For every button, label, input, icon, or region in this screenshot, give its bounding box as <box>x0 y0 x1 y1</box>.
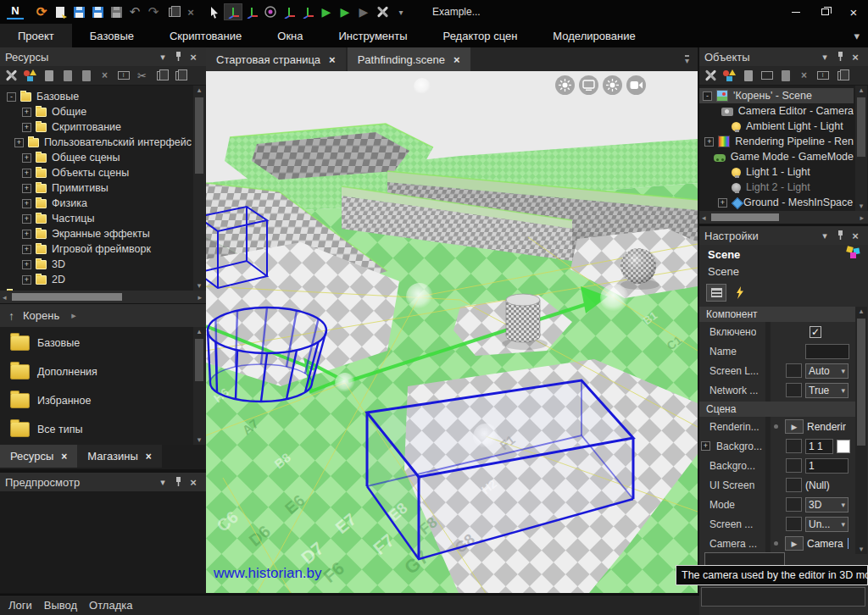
save-icon[interactable] <box>70 3 88 20</box>
preview-pin-icon[interactable] <box>170 476 186 488</box>
display-mode-button[interactable] <box>579 75 598 95</box>
tree-item-ambient-light[interactable]: Ambient Light - Light <box>699 119 854 134</box>
restore-icon[interactable] <box>810 0 839 24</box>
menu-item-modeling[interactable]: Моделирование <box>535 24 653 47</box>
list-item[interactable]: Дополнения <box>0 361 192 383</box>
toolbar-overflow-icon[interactable]: ▾ <box>392 3 410 20</box>
copy-icon[interactable] <box>833 68 849 83</box>
lighting-button[interactable] <box>603 75 622 95</box>
delete-object-icon[interactable]: × <box>796 68 812 83</box>
tree-item-scene-root[interactable]: -'Корень' - Scene <box>699 88 854 103</box>
background-intensity-field[interactable]: 1 <box>805 458 849 474</box>
tree-item[interactable]: +Частицы <box>0 211 192 226</box>
tree-item[interactable]: +Пользовательский интерфейс <box>0 135 192 150</box>
tree-item[interactable]: +Скриптование <box>0 119 192 135</box>
resources-pin-icon[interactable] <box>170 51 186 63</box>
default-box[interactable] <box>786 363 802 378</box>
tree-item[interactable]: +Игровой фреймворк <box>0 241 192 257</box>
screen-label-select[interactable]: Auto▾ <box>805 363 849 379</box>
folder-list-vscrollbar[interactable]: ▴▾ <box>193 327 205 445</box>
tab-pathfinding-scene[interactable]: Pathfinding.scene× <box>348 47 470 71</box>
tree-item[interactable]: +Общее сцены <box>0 150 192 165</box>
play-disabled-icon[interactable]: ▶ <box>354 3 373 20</box>
menu-item-basic[interactable]: Базовые <box>72 24 152 47</box>
close-icon[interactable]: × <box>329 53 336 66</box>
tab-stores[interactable]: Магазины× <box>77 445 162 468</box>
delete-resource-icon[interactable]: × <box>97 68 113 83</box>
default-box[interactable] <box>786 458 802 473</box>
breadcrumb-chevron-icon[interactable]: ▸ <box>71 310 76 321</box>
background-color-field[interactable]: 1 1 <box>805 439 833 454</box>
save-as-icon[interactable] <box>88 3 107 20</box>
resources-tree-hscrollbar[interactable]: ◂▸ <box>0 291 206 303</box>
tree-item[interactable]: +Объекты сцены <box>0 165 192 180</box>
menu-item-windows[interactable]: Окна <box>259 24 320 47</box>
tree-item-rendering-pipeline[interactable]: +Rendering Pipeline - Ren <box>699 134 854 149</box>
tab-start-page[interactable]: Стартовая страница× <box>206 47 346 71</box>
edit-resource-icon[interactable] <box>41 68 57 83</box>
statusbar-logs[interactable]: Логи <box>8 599 32 612</box>
orbit-tool-icon[interactable] <box>261 3 280 20</box>
settings-close-icon[interactable]: × <box>848 230 863 242</box>
tree-item[interactable]: +2D <box>0 272 192 287</box>
import-icon[interactable] <box>59 68 75 83</box>
minimize-icon[interactable] <box>782 0 810 24</box>
rotate-tool-icon[interactable] <box>242 3 261 20</box>
statusbar-debug[interactable]: Отладка <box>89 599 132 612</box>
go-to-reference-button[interactable]: ▶ <box>785 536 804 551</box>
preview-close-icon[interactable]: × <box>186 476 201 489</box>
tab-events[interactable] <box>730 284 750 302</box>
close-icon[interactable]: × <box>839 0 868 24</box>
tree-item-light-1[interactable]: Light 1 - Light <box>699 164 854 180</box>
resources-menu-icon[interactable]: ▾ <box>155 52 170 63</box>
copy-icon[interactable] <box>153 68 169 83</box>
objects-tree-vscrollbar[interactable]: ▴▾ <box>855 86 867 211</box>
tab-resources[interactable]: Ресурсы× <box>0 445 77 468</box>
options-icon[interactable] <box>3 68 19 83</box>
new-resource-icon[interactable] <box>22 68 38 83</box>
scale-tool-icon[interactable] <box>280 3 298 20</box>
options-icon[interactable] <box>703 68 719 83</box>
list-item[interactable]: Все типы <box>0 418 192 440</box>
ui-screen-value[interactable]: (Null) <box>805 479 830 491</box>
redo-icon[interactable]: ↷ <box>144 3 163 20</box>
new-object-icon[interactable] <box>721 68 737 83</box>
network-mode-select[interactable]: True▾ <box>805 383 849 398</box>
rename-icon[interactable]: I <box>815 68 831 83</box>
default-box[interactable] <box>786 497 802 512</box>
close-icon[interactable]: × <box>61 451 67 463</box>
tab-properties[interactable] <box>706 284 726 302</box>
menu-overflow-icon[interactable]: ▾ <box>845 24 868 47</box>
tree-item[interactable]: -Базовые <box>0 89 192 104</box>
cut-icon[interactable]: ✂ <box>134 68 150 83</box>
select-tool-icon[interactable] <box>205 3 224 20</box>
breadcrumb-root[interactable]: Корень <box>23 309 59 322</box>
tree-item[interactable]: +Экранные эффекты <box>0 226 192 241</box>
up-arrow-icon[interactable]: ↑ <box>8 309 14 323</box>
screen-orientation-select[interactable]: Un...▾ <box>805 517 849 532</box>
menu-item-tools[interactable]: Инструменты <box>321 24 426 47</box>
statusbar-output[interactable]: Вывод <box>44 599 77 612</box>
new-component-icon[interactable] <box>777 68 793 83</box>
tab-list-icon[interactable]: ▾ <box>685 55 689 64</box>
undo-icon[interactable]: ↶ <box>125 3 144 20</box>
menu-item-scene-editor[interactable]: Редактор сцен <box>426 24 536 47</box>
list-item[interactable]: Избранное <box>0 390 192 412</box>
camera-button[interactable] <box>626 75 646 95</box>
window-icon[interactable] <box>759 68 775 83</box>
ambient-light-button[interactable] <box>555 75 575 95</box>
objects-pin-icon[interactable] <box>832 51 848 63</box>
default-box[interactable] <box>786 383 802 397</box>
default-box[interactable] <box>786 517 802 531</box>
camera-editor-field[interactable]: Camera <box>807 538 843 550</box>
resources-close-icon[interactable]: × <box>186 51 201 64</box>
mode-select[interactable]: 3D▾ <box>805 497 849 512</box>
settings-pin-icon[interactable] <box>832 230 848 241</box>
scene-viewport[interactable]: C6 D6 D7 E6 E7 F6 F7 G7 E8 F8 H6 A7 B8 G… <box>206 71 698 593</box>
tree-item-light-2[interactable]: Light 2 - Light <box>699 180 854 195</box>
rename-icon[interactable]: I <box>115 68 131 83</box>
settings-vscrollbar[interactable]: ▴▾ <box>855 307 867 554</box>
new-file-icon[interactable] <box>51 3 70 20</box>
close-icon[interactable]: × <box>453 53 460 66</box>
play-secondary-icon[interactable]: ▶ <box>336 3 354 20</box>
